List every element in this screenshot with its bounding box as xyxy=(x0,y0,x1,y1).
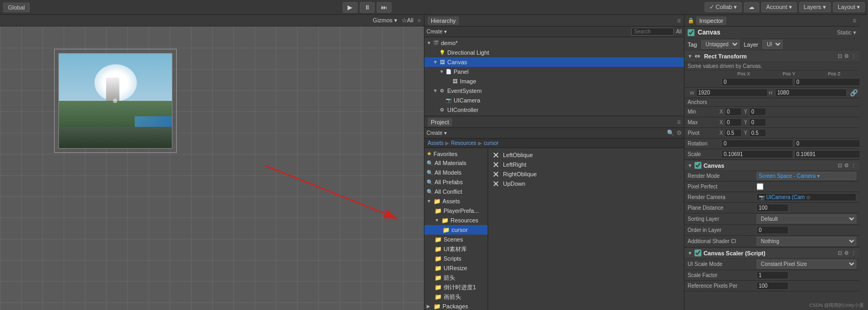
project-search-icon[interactable]: 🔍 xyxy=(667,130,674,136)
ref-pixels-input[interactable] xyxy=(757,282,788,290)
file-rightoblique[interactable]: ✕ RightOblique xyxy=(490,169,682,179)
render-mode-select[interactable]: Screen Space - Camera ▾ xyxy=(757,172,856,180)
scaler-icon1[interactable]: ⊡ xyxy=(838,250,842,256)
constrain-icon[interactable]: 🔗 xyxy=(850,89,858,97)
scene-viewport[interactable] xyxy=(0,27,424,310)
scaler-icon2[interactable]: ⚙ xyxy=(844,250,849,256)
breadcrumb-assets[interactable]: Assets xyxy=(428,140,444,146)
anchor-min-y-input[interactable] xyxy=(749,108,766,116)
project-countdown-folder[interactable]: 📁 倒计时进度1 xyxy=(424,282,488,292)
ui-scale-select[interactable]: Constant Pixel Size xyxy=(757,260,856,269)
hierarchy-menu-icon[interactable]: ≡ xyxy=(677,17,681,24)
anchor-max-y-input[interactable] xyxy=(749,118,766,126)
hierarchy-search-input[interactable] xyxy=(631,28,674,36)
project-all-models[interactable]: 🔍 All Models xyxy=(424,168,488,177)
project-arrow-folder[interactable]: 📁 箭头 xyxy=(424,273,488,282)
static-label[interactable]: Static ▾ xyxy=(837,29,856,36)
scale-factor-input[interactable] xyxy=(757,271,788,279)
plane-distance-input[interactable]: 100 xyxy=(757,204,788,212)
canvas-section-header[interactable]: ▼ Canvas ⊡ ⚙ ⋮ xyxy=(684,160,860,171)
width-input[interactable]: 1920 xyxy=(696,89,768,97)
additional-shader-select[interactable]: Nothing xyxy=(757,237,856,246)
hierarchy-create-button[interactable]: Create ▾ xyxy=(427,29,447,35)
scale-y-input[interactable] xyxy=(794,150,860,158)
render-camera-target-icon[interactable]: ⊙ xyxy=(806,195,811,200)
lock-icon[interactable]: 🔒 xyxy=(688,18,694,23)
sorting-layer-select[interactable]: Default xyxy=(757,214,856,223)
rect-icon3[interactable]: ⋮ xyxy=(851,53,856,59)
file-leftoblique[interactable]: ✕ LeftOblique xyxy=(490,150,682,160)
hierarchy-tab[interactable]: Hierarchy xyxy=(428,16,459,25)
scale-x-input[interactable] xyxy=(722,150,793,158)
canvas-icon3[interactable]: ⋮ xyxy=(851,162,856,168)
global-button[interactable]: Global xyxy=(3,3,30,12)
tree-item-panel[interactable]: ▼ 📄 Panel xyxy=(424,67,684,76)
rect-transform-section-header[interactable]: ▼ ⇔ Rect Transform ⊡ ⚙ ⋮ xyxy=(684,50,860,62)
file-updown[interactable]: ✕ UpDown xyxy=(490,179,682,188)
tree-item-eventsystem[interactable]: ▼ ⚙ EventSystem xyxy=(424,86,684,96)
pivot-x-input[interactable] xyxy=(725,129,742,137)
pos-y-input[interactable] xyxy=(794,78,860,86)
canvas-icon2[interactable]: ⚙ xyxy=(844,162,849,168)
inspector-menu-icon[interactable]: ≡ xyxy=(853,17,856,24)
gizmos-button[interactable]: Gizmos ▾ xyxy=(373,17,397,24)
canvas-scaler-checkbox[interactable] xyxy=(695,249,701,256)
tree-item-uicamera[interactable]: 📷 UICamera xyxy=(424,96,684,105)
pixel-perfect-checkbox[interactable] xyxy=(757,183,763,190)
rect-icon2[interactable]: ⚙ xyxy=(844,53,849,59)
layers-button[interactable]: Layers ▾ xyxy=(799,2,831,12)
canvas-scaler-header[interactable]: ▼ Canvas Scaler (Script) ⊡ ⚙ ⋮ xyxy=(684,248,860,259)
account-button[interactable]: Account ▾ xyxy=(761,2,797,12)
rect-icon1[interactable]: ⊡ xyxy=(838,53,842,59)
tree-item-uicontroller[interactable]: ⚙ UIController xyxy=(424,105,684,115)
inspector-tab[interactable]: Inspector xyxy=(696,16,726,25)
cloud-button[interactable]: ☁ xyxy=(744,2,759,12)
all-button[interactable]: ☆All xyxy=(402,17,413,24)
step-button[interactable]: ⏭ xyxy=(377,2,392,13)
height-input[interactable]: 1080 xyxy=(775,89,847,97)
project-scripts-folder[interactable]: 📁 Scripts xyxy=(424,254,488,263)
project-ui-folder[interactable]: 📁 UI素材库 xyxy=(424,244,488,254)
collab-button[interactable]: ✓ Collab ▾ xyxy=(705,2,742,12)
project-tab[interactable]: Project xyxy=(428,118,452,126)
project-settings-icon[interactable]: ⚙ xyxy=(676,130,682,136)
project-cursor-folder[interactable]: 📁 cursor xyxy=(424,225,488,235)
canvas-icon1[interactable]: ⊡ xyxy=(838,162,842,168)
project-all-prefabs[interactable]: 🔍 All Prefabs xyxy=(424,177,488,187)
play-button[interactable]: ▶ xyxy=(343,2,358,13)
breadcrumb-resources[interactable]: Resources xyxy=(451,140,476,146)
favorites-header[interactable]: ★ Favorites xyxy=(424,149,488,158)
canvas-section-checkbox[interactable] xyxy=(695,162,701,169)
project-assets-folder[interactable]: ▼ 📁 Assets xyxy=(424,196,488,206)
obj-active-checkbox[interactable] xyxy=(688,29,695,36)
project-menu-icon[interactable]: ≡ xyxy=(677,118,681,126)
tree-item-directional-light[interactable]: 💡 Directional Light xyxy=(424,48,684,57)
hierarchy-all-label[interactable]: All xyxy=(676,29,682,35)
project-packages-folder[interactable]: ▶ 📁 Packages xyxy=(424,302,488,310)
tree-item-canvas[interactable]: ▼ 🖼 Canvas xyxy=(424,57,684,67)
project-all-materials[interactable]: 🔍 All Materials xyxy=(424,158,488,168)
project-uiresize-folder[interactable]: 📁 UIResize xyxy=(424,263,488,273)
rot-x-input[interactable] xyxy=(722,140,793,148)
rot-y-input[interactable] xyxy=(794,140,860,148)
pos-x-input[interactable] xyxy=(722,78,793,86)
anchor-min-x-input[interactable] xyxy=(725,108,742,116)
project-playerpref[interactable]: 📁 PlayerPrefa... xyxy=(424,206,488,216)
tree-item-image[interactable]: 🖼 Image xyxy=(424,76,684,86)
pivot-y-input[interactable] xyxy=(749,129,766,137)
pause-button[interactable]: ⏸ xyxy=(360,2,375,13)
layout-button[interactable]: Layout ▾ xyxy=(833,2,865,12)
project-all-conflict[interactable]: 🔍 All Conflict xyxy=(424,187,488,196)
layer-select[interactable]: UI xyxy=(762,40,783,49)
file-leftright[interactable]: ✕ LeftRight xyxy=(490,160,682,169)
project-create-button[interactable]: Create ▾ xyxy=(427,130,447,136)
project-scenes-folder[interactable]: 📁 Scenes xyxy=(424,235,488,244)
breadcrumb-cursor[interactable]: cursor xyxy=(484,140,499,146)
tag-select[interactable]: Untagged xyxy=(701,40,740,49)
anchor-max-x-input[interactable] xyxy=(725,118,742,126)
scaler-icon3[interactable]: ⋮ xyxy=(851,250,856,256)
tree-item-demo[interactable]: ▼ 🎬 demo* xyxy=(424,38,684,48)
order-layer-input[interactable] xyxy=(757,226,788,234)
render-camera-field[interactable]: 📷 UICamera (Cam ⊙ xyxy=(757,193,856,201)
project-resources-folder[interactable]: ▼ 📁 Resources xyxy=(424,216,488,225)
